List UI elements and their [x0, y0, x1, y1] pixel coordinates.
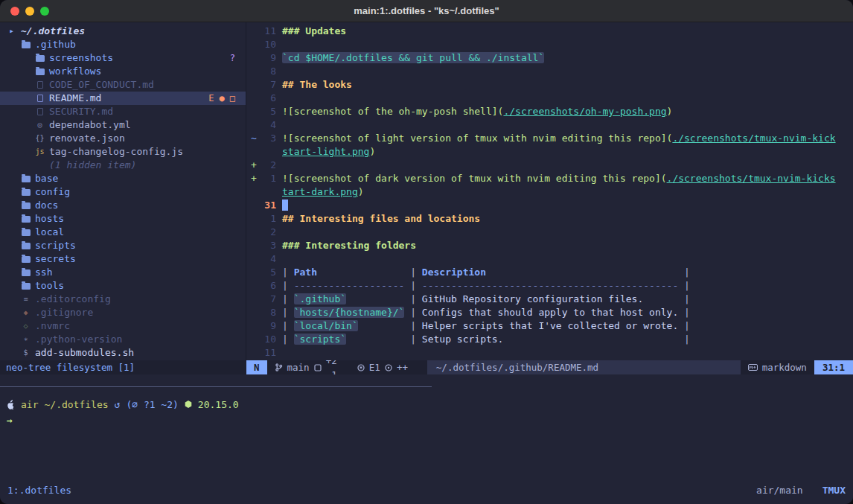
circle-icon: ◎ — [34, 118, 45, 132]
tree-item-.dotfiles[interactable]: ▸~/.dotfiles — [0, 25, 246, 38]
tree-item-dependabot.yml[interactable]: ◎dependabot.yml — [0, 118, 246, 132]
tree-item-secrets[interactable]: secrets — [0, 252, 246, 266]
line-text: ![screenshot of light version of tmux wi… — [282, 132, 836, 145]
shell-pane[interactable]: air ~/.dotfiles ↺ (∅ ?1 ~2) 20.15.0 → 1:… — [0, 374, 853, 504]
editor-line[interactable]: 6 — [246, 92, 853, 105]
tree-item-local[interactable]: local — [0, 226, 246, 239]
line-text: ### Interesting folders — [282, 239, 416, 252]
line-text: ## Interesting files and locations — [282, 212, 480, 226]
tree-item-security.md[interactable]: SECURITY.md — [0, 105, 246, 118]
editor-line[interactable]: 1## Interesting files and locations — [246, 212, 853, 226]
editor-line[interactable]: +1![screenshot of dark version of tmux w… — [246, 172, 853, 185]
editor-line[interactable]: 3### Interesting folders — [246, 239, 853, 252]
file-icon — [34, 108, 45, 115]
tree-item-screenshots[interactable]: screenshots? — [0, 51, 246, 65]
line-number: 7 — [258, 293, 276, 306]
editor-line[interactable]: 9`cd $HOME/.dotfiles && git pull && ./in… — [246, 51, 853, 65]
tree-item-code-of-conduct.md[interactable]: CODE_OF_CONDUCT.md — [0, 78, 246, 92]
close-button[interactable] — [10, 7, 19, 16]
line-number: 9 — [258, 319, 276, 333]
editor-panel[interactable]: 11### Updates109`cd $HOME/.dotfiles && g… — [246, 22, 853, 360]
line-number: 6 — [258, 92, 276, 105]
tree-item-renovate.json[interactable]: {}renovate.json — [0, 132, 246, 145]
tree-item-1-hidden-item[interactable]: (1 hidden item) — [0, 159, 246, 172]
updates-icon — [385, 364, 392, 371]
editor-line[interactable]: 8| `hosts/{hostname}/` | Configs that sh… — [246, 306, 853, 319]
line-number: 2 — [258, 226, 276, 239]
tree-item-readme.md[interactable]: README.mdE●□ — [0, 92, 246, 105]
editor-line[interactable]: 6| ------------------- | ---------------… — [246, 279, 853, 293]
line-text: | Path | Description | — [282, 266, 690, 279]
tmux-pane-divider[interactable] — [0, 386, 432, 387]
tmux-statusbar: 1:.dotfiles air/main TMUX — [0, 483, 853, 497]
zoom-button[interactable] — [40, 7, 49, 16]
minimize-button[interactable] — [25, 7, 34, 16]
editor-line[interactable]: ~3![screenshot of light version of tmux … — [246, 132, 853, 145]
tree-item-.editorconfig[interactable]: ≡.editorconfig — [0, 293, 246, 306]
tree-item-workflows[interactable]: workflows — [0, 65, 246, 78]
editor-line[interactable]: 5![screenshot of the oh-my-posh shell](.… — [246, 105, 853, 118]
gutter-sign: + — [246, 159, 258, 172]
tree-item-label: ssh — [35, 266, 52, 279]
tree-item-config[interactable]: config — [0, 185, 246, 199]
editor-lines: 11### Updates109`cd $HOME/.dotfiles && g… — [246, 25, 853, 360]
editor-line[interactable]: 2 — [246, 226, 853, 239]
tree-item-label: tag-changelog-config.js — [49, 145, 183, 159]
tree-item-tools[interactable]: tools — [0, 279, 246, 293]
tree-item-label: hosts — [35, 212, 64, 226]
tree-item-base[interactable]: base — [0, 172, 246, 185]
filetype-label: markdown — [762, 360, 807, 374]
tree-item-label: ~/.dotfiles — [21, 25, 85, 38]
tmux-window-name[interactable]: 1:.dotfiles — [7, 485, 71, 496]
editor-line[interactable]: 5| Path | Description | — [246, 266, 853, 279]
gutter-sign — [246, 78, 258, 92]
editor-line[interactable]: 10 — [246, 38, 853, 51]
tree-item-docs[interactable]: docs — [0, 199, 246, 212]
tree-item-label: config — [35, 185, 70, 199]
node-version: 20.15.0 — [198, 399, 239, 410]
editor-line[interactable]: start-light.png) — [246, 145, 853, 159]
folder-icon — [20, 215, 31, 223]
line-text: ## The looks — [282, 78, 352, 92]
editor-line[interactable]: 7| `.github` | GitHub Repository configu… — [246, 293, 853, 306]
editor-line[interactable]: 9| `local/bin` | Helper scripts that I'v… — [246, 319, 853, 333]
tree-item-.python-version[interactable]: ∗.python-version — [0, 333, 246, 346]
editor-line[interactable]: 8 — [246, 65, 853, 78]
line-number — [258, 185, 276, 199]
tree-item-ssh[interactable]: ssh — [0, 266, 246, 279]
git-untracked-badge: ? — [230, 51, 235, 65]
line-number: 2 — [258, 159, 276, 172]
gutter-sign — [246, 145, 258, 159]
line-text: `cd $HOME/.dotfiles && git pull && ./ins… — [282, 51, 544, 65]
tree-item-hosts[interactable]: hosts — [0, 212, 246, 226]
diagnostic-error-icon — [357, 364, 365, 371]
editor-line[interactable]: 7## The looks — [246, 78, 853, 92]
editor-line[interactable]: 4 — [246, 118, 853, 132]
tree-item-label: .editorconfig — [35, 293, 111, 306]
tree-item-.gitignore[interactable]: ◆.gitignore — [0, 306, 246, 319]
line-number: 5 — [258, 266, 276, 279]
cursor — [282, 200, 288, 211]
folder-icon — [20, 269, 31, 276]
editor-line[interactable]: 31 — [246, 199, 853, 212]
line-text: | ------------------- | ----------------… — [282, 279, 690, 293]
editor-line[interactable]: 10| `scripts` | Setup scripts. | — [246, 333, 853, 346]
tree-item-label: .python-version — [35, 333, 122, 346]
tree-item-.github[interactable]: .github — [0, 38, 246, 51]
gutter-sign — [246, 226, 258, 239]
editor-line[interactable]: 11### Updates — [246, 25, 853, 38]
gutter-sign — [246, 118, 258, 132]
gutter-sign — [246, 293, 258, 306]
editor-line[interactable]: +2 — [246, 159, 853, 172]
editor-line[interactable]: 4 — [246, 252, 853, 266]
tree-item-tag-changelog-config.js[interactable]: jstag-changelog-config.js — [0, 145, 246, 159]
editor-line[interactable]: tart-dark.png) — [246, 185, 853, 199]
editor-line[interactable]: 11 — [246, 346, 853, 360]
neotree-items: ▸~/.dotfiles.githubscreenshots?workflows… — [0, 25, 246, 360]
tree-item-.nvmrc[interactable]: ◇.nvmrc — [0, 319, 246, 333]
folder-icon — [20, 242, 31, 249]
neotree-panel[interactable]: ▸~/.dotfiles.githubscreenshots?workflows… — [0, 22, 246, 360]
line-number: 3 — [258, 132, 276, 145]
tree-item-add-submodules.sh[interactable]: $add-submodules.sh — [0, 346, 246, 360]
tree-item-scripts[interactable]: scripts — [0, 239, 246, 252]
